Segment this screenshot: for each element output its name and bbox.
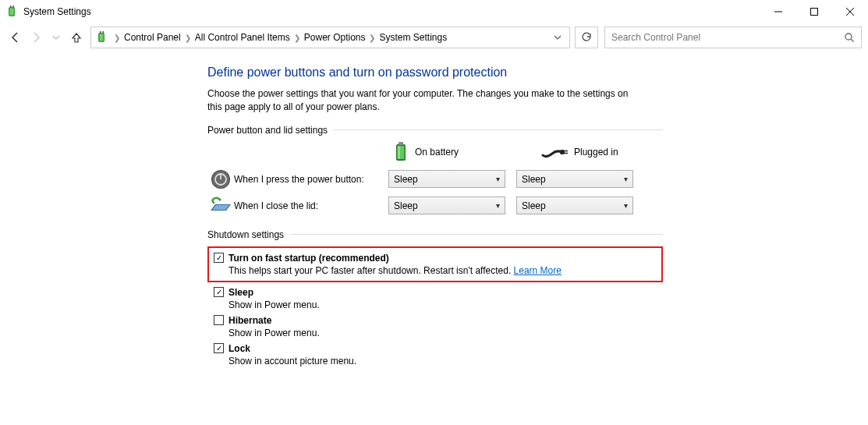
search-placeholder: Search Control Panel <box>611 32 844 43</box>
recent-dropdown[interactable] <box>47 28 66 47</box>
chevron-down-icon: ▾ <box>624 201 628 210</box>
search-input[interactable]: Search Control Panel <box>604 27 862 48</box>
option-lock: ✓ Lock Show in account picture menu. <box>214 343 663 367</box>
option-sleep: ✓ Sleep Show in Power menu. <box>214 287 663 310</box>
section-power-button-lid: Power button and lid settings <box>207 125 663 136</box>
power-options-icon <box>6 5 19 18</box>
svg-rect-9 <box>100 31 101 34</box>
chevron-right-icon[interactable]: ❯ <box>369 34 375 42</box>
chevron-down-icon: ▾ <box>624 175 628 183</box>
option-title: Turn on fast startup (recommended) <box>229 253 389 264</box>
back-button[interactable] <box>6 28 25 47</box>
option-hibernate: Hibernate Show in Power menu. <box>214 315 663 338</box>
svg-rect-3 <box>10 9 14 16</box>
titlebar: System Settings <box>0 0 868 23</box>
breadcrumb-item[interactable]: Control Panel <box>122 32 182 43</box>
column-on-battery: On battery <box>393 142 510 162</box>
breadcrumb-item[interactable]: System Settings <box>377 32 448 43</box>
option-title: Lock <box>229 343 250 354</box>
svg-rect-11 <box>100 34 104 41</box>
option-subtitle: Show in Power menu. <box>229 299 663 310</box>
page-description: Choose the power settings that you want … <box>207 87 644 114</box>
main-content: Define power buttons and turn on passwor… <box>0 51 663 367</box>
power-options-icon <box>96 31 108 44</box>
column-headers: On battery Plugged in <box>393 142 663 162</box>
breadcrumb-item[interactable]: All Control Panel Items <box>193 32 292 43</box>
option-subtitle: Show in account picture menu. <box>229 356 663 367</box>
window-controls <box>760 0 868 23</box>
option-fast-startup: ✓ Turn on fast startup (recommended) Thi… <box>207 246 663 282</box>
lid-icon <box>207 197 234 215</box>
select-value: Sleep <box>394 174 418 185</box>
row-close-lid: When I close the lid: Sleep ▾ Sleep ▾ <box>207 197 663 215</box>
navbar: ❯ Control Panel ❯ All Control Panel Item… <box>0 23 868 51</box>
search-icon <box>844 32 855 43</box>
column-label: On battery <box>415 147 459 158</box>
select-power-button-plugged[interactable]: Sleep ▾ <box>516 170 633 188</box>
power-button-icon <box>207 168 234 190</box>
chevron-right-icon[interactable]: ❯ <box>114 34 120 42</box>
window-title: System Settings <box>23 6 760 17</box>
select-lid-plugged[interactable]: Sleep ▾ <box>516 197 633 214</box>
select-power-button-battery[interactable]: Sleep ▾ <box>388 170 505 188</box>
breadcrumb-item[interactable]: Power Options <box>303 32 367 43</box>
learn-more-link[interactable]: Learn More <box>514 265 562 276</box>
svg-rect-2 <box>13 5 15 8</box>
column-label: Plugged in <box>574 147 618 158</box>
select-value: Sleep <box>394 200 418 211</box>
svg-line-13 <box>851 39 854 42</box>
divider <box>334 129 663 130</box>
checkbox-hibernate[interactable] <box>214 315 224 325</box>
shutdown-settings: Shutdown settings ✓ Turn on fast startup… <box>207 229 663 367</box>
page-heading: Define power buttons and turn on passwor… <box>207 66 663 80</box>
checkbox-lock[interactable]: ✓ <box>214 343 224 353</box>
chevron-right-icon[interactable]: ❯ <box>185 34 191 42</box>
row-power-button: When I press the power button: Sleep ▾ S… <box>207 168 663 190</box>
divider <box>290 234 663 235</box>
checkbox-sleep[interactable]: ✓ <box>214 287 224 297</box>
svg-rect-15 <box>399 142 403 145</box>
select-value: Sleep <box>522 174 546 185</box>
svg-point-12 <box>845 34 852 40</box>
svg-rect-10 <box>103 31 105 34</box>
column-plugged-in: Plugged in <box>541 146 658 158</box>
chevron-right-icon[interactable]: ❯ <box>294 34 300 42</box>
section-title: Power button and lid settings <box>207 125 328 136</box>
close-button[interactable] <box>832 0 868 23</box>
row-label: When I close the lid: <box>234 200 388 211</box>
chevron-down-icon: ▾ <box>496 175 500 183</box>
row-label: When I press the power button: <box>234 174 388 185</box>
option-subtitle: This helps start your PC faster after sh… <box>229 265 655 276</box>
section-shutdown: Shutdown settings <box>207 229 663 240</box>
svg-rect-1 <box>10 5 12 8</box>
svg-rect-5 <box>811 9 818 16</box>
section-title: Shutdown settings <box>207 229 284 240</box>
battery-icon <box>393 142 409 162</box>
svg-rect-18 <box>560 150 565 154</box>
checkbox-fast-startup[interactable]: ✓ <box>214 253 224 263</box>
option-subtitle: Show in Power menu. <box>229 328 663 338</box>
refresh-button[interactable] <box>575 27 598 48</box>
option-title: Hibernate <box>229 315 271 326</box>
select-value: Sleep <box>522 200 546 211</box>
svg-rect-17 <box>398 146 400 158</box>
option-title: Sleep <box>229 287 253 298</box>
up-button[interactable] <box>67 28 86 47</box>
maximize-button[interactable] <box>796 0 832 23</box>
address-bar[interactable]: ❯ Control Panel ❯ All Control Panel Item… <box>90 27 570 48</box>
chevron-down-icon: ▾ <box>496 201 500 210</box>
plug-icon <box>541 146 568 158</box>
minimize-button[interactable] <box>760 0 796 23</box>
select-lid-battery[interactable]: Sleep ▾ <box>388 197 505 214</box>
forward-button[interactable] <box>27 28 45 47</box>
address-dropdown[interactable] <box>549 34 566 41</box>
